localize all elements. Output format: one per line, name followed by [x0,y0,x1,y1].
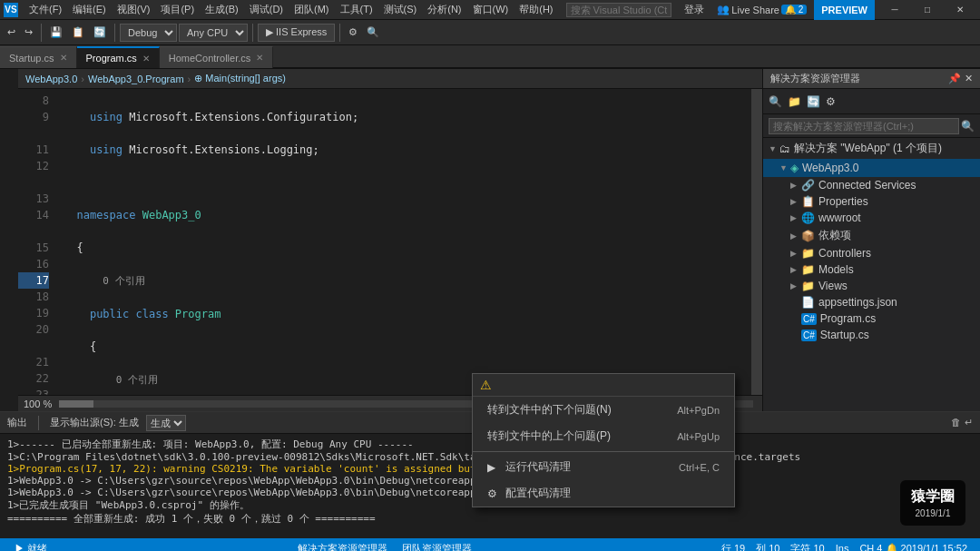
menu-tools[interactable]: 工具(T) [335,1,378,18]
menu-edit[interactable]: 编辑(E) [67,1,112,18]
menu-view[interactable]: 视图(V) [112,1,156,18]
output-wrap-btn[interactable]: ↵ [965,417,973,428]
context-menu-item-configure-cleanup[interactable]: ⚙ 配置代码清理 [473,480,734,507]
tab-solution-explorer[interactable]: 解决方案资源管理器 [294,542,391,552]
menu-team[interactable]: 团队(M) [289,1,335,18]
tab-team-explorer[interactable]: 团队资源管理器 [398,542,475,552]
tree-item-program[interactable]: C# Program.cs [763,310,980,327]
toolbar-icon-2[interactable]: 📁 [786,93,803,110]
notification-badge: 🔔 2 [781,5,807,15]
solution-panel-header: 解决方案资源管理器 📌 ✕ [763,69,980,89]
window-close[interactable]: ✕ [944,0,976,20]
connected-arrow: ▶ [790,181,801,190]
output-source-select[interactable]: 生成 [146,415,186,431]
menu-test[interactable]: 测试(S) [378,1,423,18]
zoom-level[interactable]: 100 % [24,398,52,409]
menu-window[interactable]: 窗口(W) [467,1,514,18]
tree-item-models[interactable]: ▶ 📁 Models [763,261,980,278]
debug-dropdown[interactable]: Debug [120,24,177,42]
solution-root[interactable]: ▼ 🗂 解决方案 "WebApp" (1 个项目) [763,138,980,159]
toolbar-icon-4[interactable]: ⚙ [824,93,838,110]
toolbar-btn-2[interactable]: 📋 [68,25,88,40]
toolbar-icon-1[interactable]: 🔍 [767,93,784,110]
toolbar-save[interactable]: 💾 [46,25,66,40]
context-menu-item-next[interactable]: 转到文件中的下个问题(N) Alt+PgDn [473,397,734,423]
context-menu-item-run-cleanup[interactable]: ▶ 运行代码清理 Ctrl+E, C [473,454,734,480]
models-arrow: ▶ [790,265,801,274]
code-line-10 [64,174,744,191]
breadcrumb: WebApp3.0 › WebApp3_0.Program › ⊕ Main(s… [18,69,762,89]
tree-item-deps[interactable]: ▶ 📦 依赖项 [763,226,980,245]
main-layout: WebApp3.0 › WebApp3_0.Program › ⊕ Main(s… [0,69,980,411]
window-max[interactable]: □ [911,0,944,20]
title-search-input[interactable] [566,3,672,17]
context-menu-item-prev[interactable]: 转到文件中的上个问题(P) Alt+PgUp [473,423,734,449]
startup-file-icon: C# [801,330,817,341]
tree-item-appsettings[interactable]: 📄 appsettings.json [763,294,980,310]
project-root[interactable]: ▼ ◈ WebApp3.0 [763,159,980,177]
tree-item-connected[interactable]: ▶ 🔗 Connected Services [763,177,980,193]
output-title[interactable]: 输出 [7,416,27,429]
tab-program-close[interactable]: ✕ [142,54,150,64]
menu-debug[interactable]: 调试(D) [244,1,289,18]
menu-project[interactable]: 项目(P) [155,1,200,18]
output-toolbar-sep [38,416,39,430]
toolbar-btn-5[interactable]: 🔍 [363,25,383,40]
run-cleanup-shortcut: Ctrl+E, C [679,462,720,473]
configure-cleanup-label: 配置代码清理 [505,486,720,501]
title-search[interactable] [566,3,672,17]
toolbar-btn-undo[interactable]: ↩ [4,25,19,40]
tab-startup[interactable]: Startup.cs ✕ [0,46,77,68]
toolbar-btn-3[interactable]: 🔄 [90,25,110,40]
iis-express-btn[interactable]: ▶ IIS Express [258,24,335,42]
connected-icon: 🔗 [801,179,815,192]
menu-build[interactable]: 生成(B) [200,1,244,18]
search-icon[interactable]: 🔍 [961,120,975,133]
tree-item-startup[interactable]: C# Startup.cs [763,327,980,343]
views-label: Views [818,280,848,292]
toolbar-btn-redo[interactable]: ↪ [21,25,36,40]
toolbar: ↩ ↪ 💾 📋 🔄 Debug Any CPU ▶ IIS Express ⚙ … [0,20,980,45]
project-icon: ◈ [790,162,799,174]
code-editor[interactable]: 8 9 11 12 13 14 15 16 17 18 19 20 21 22 … [18,89,762,395]
solution-label: 解决方案 "WebApp" (1 个项目) [794,141,942,156]
tab-home-close[interactable]: ✕ [256,53,263,63]
preview-button[interactable]: PREVIEW [814,0,875,20]
next-issue-label: 转到文件中的下个问题(N) [487,402,677,418]
tab-homecontroller[interactable]: HomeController.cs ✕ [160,46,273,68]
tree-item-properties[interactable]: ▶ 📋 Properties [763,193,980,210]
code-line-13: public class Program [64,306,744,322]
tab-startup-close[interactable]: ✕ [60,53,67,63]
solution-panel-search: 🔍 [763,114,980,138]
code-line-11: namespace WebApp3_0 [64,207,744,223]
menu-file[interactable]: 文件(F) [24,1,67,18]
status-ready[interactable]: ▶ 就绪 [7,542,54,552]
solution-tree: ▼ 🗂 解决方案 "WebApp" (1 个项目) ▼ ◈ WebApp3.0 … [763,138,980,411]
tree-item-controllers[interactable]: ▶ 📁 Controllers [763,245,980,261]
output-source-label: 显示输出源(S): 生成 [50,416,139,429]
menu-help[interactable]: 帮助(H) [514,1,558,18]
panel-pin-icon[interactable]: 📌 [948,73,961,84]
menu-analyze[interactable]: 分析(N) [422,1,466,18]
line-numbers: 8 9 11 12 13 14 15 16 17 18 19 20 21 22 … [18,89,56,395]
panel-close-icon[interactable]: ✕ [965,73,973,84]
breadcrumb-class[interactable]: WebApp3_0.Program [88,74,184,84]
toolbar-icon-3[interactable]: 🔄 [805,93,822,110]
wwwroot-icon: 🌐 [801,212,815,224]
cpu-dropdown[interactable]: Any CPU [179,24,248,42]
breadcrumb-method[interactable]: ⊕ Main(string[] args) [194,73,286,84]
context-menu: ⚠ 转到文件中的下个问题(N) Alt+PgDn 转到文件中的上个问题(P) A… [472,373,735,507]
output-clear-btn[interactable]: 🗑 [951,417,961,428]
solution-search-input[interactable] [769,118,959,134]
toolbar-btn-4[interactable]: ⚙ [345,25,361,40]
tree-item-views[interactable]: ▶ 📁 Views [763,278,980,294]
login-button[interactable]: 登录 [679,3,710,16]
vertical-scrollbar[interactable] [751,89,762,395]
tree-item-wwwroot[interactable]: ▶ 🌐 wwwroot [763,210,980,226]
program-cs-label: Program.cs [86,53,137,64]
window-min[interactable]: ─ [878,0,911,20]
live-share-btn[interactable]: 👥 Live Share 🔔 2 [713,4,810,15]
code-content[interactable]: using Microsoft.Extensions.Configuration… [56,89,751,395]
tab-program[interactable]: Program.cs ✕ [77,46,160,68]
breadcrumb-project[interactable]: WebApp3.0 [25,74,77,84]
